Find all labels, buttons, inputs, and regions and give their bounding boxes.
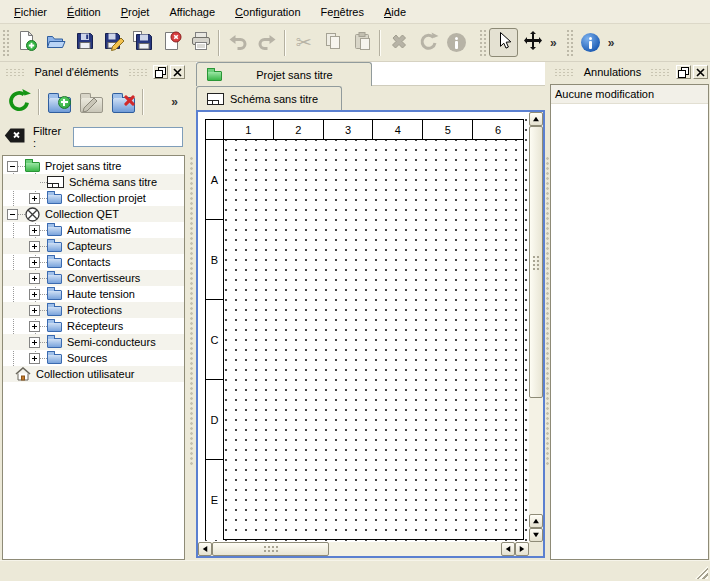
scroll-left-button[interactable] (198, 542, 212, 556)
expand-icon[interactable] (29, 193, 40, 204)
vertical-scroll-thumb[interactable] (529, 126, 543, 398)
collapse-icon[interactable] (7, 209, 18, 220)
float-icon (677, 66, 690, 79)
scroll-up-button[interactable] (529, 112, 543, 126)
toolbar-drag-handle[interactable] (566, 29, 574, 57)
open-project-button[interactable] (41, 28, 70, 57)
tree-item-sources[interactable]: Sources (3, 350, 184, 366)
copy-button[interactable] (318, 28, 347, 57)
menu-edition[interactable]: Édition (57, 2, 111, 22)
elements-panel-titlebar[interactable]: Panel d'éléments (0, 62, 187, 82)
about-info-button[interactable] (576, 28, 605, 57)
folder-icon (47, 320, 62, 332)
filter-input[interactable] (73, 127, 183, 147)
collapse-icon[interactable] (7, 161, 18, 172)
folder-icon (47, 352, 62, 364)
expand-icon[interactable] (29, 241, 40, 252)
left-splitter[interactable] (187, 62, 196, 560)
scroll-down-button[interactable] (529, 528, 543, 542)
panel-overflow-button[interactable]: » (168, 95, 181, 109)
tree-item-projet-sans-titre[interactable]: Projet sans titre (3, 158, 184, 174)
tree-item-label: Semi-conducteurs (67, 336, 156, 348)
column-header: 3 (324, 120, 374, 139)
edit-category-button[interactable] (75, 86, 107, 118)
close-file-button[interactable] (157, 28, 186, 57)
scroll-right-button[interactable] (515, 542, 529, 556)
tab-projet-sans-titre[interactable]: Projet sans titre (196, 62, 372, 86)
tree-item-recepteurs[interactable]: Récepteurs (3, 318, 184, 334)
expand-icon[interactable] (29, 289, 40, 300)
toolbar-overflow-button[interactable]: » (605, 36, 618, 50)
undo-panel-titlebar[interactable]: Annulations (549, 62, 710, 82)
vertical-scrollbar[interactable] (529, 112, 543, 542)
delete-category-button[interactable] (107, 86, 139, 118)
tree-item-protections[interactable]: Protections (3, 302, 184, 318)
save-all-button[interactable] (128, 28, 157, 57)
float-panel-button[interactable] (676, 65, 691, 79)
reload-collections-button[interactable] (3, 86, 35, 118)
scroll-left-button-2[interactable] (501, 542, 515, 556)
toolbar-overflow-button[interactable]: » (547, 36, 560, 50)
print-button[interactable] (186, 28, 215, 57)
diagram-canvas[interactable]: 1 2 3 4 5 6 A B C D E (198, 112, 529, 542)
element-info-button[interactable] (442, 28, 471, 57)
expand-icon[interactable] (29, 305, 40, 316)
undo-history-item[interactable]: Aucune modification (551, 85, 708, 104)
scroll-up-button-2[interactable] (529, 514, 543, 528)
menu-fenetres[interactable]: Fenêtres (311, 2, 374, 22)
expand-icon[interactable] (29, 257, 40, 268)
float-panel-button[interactable] (153, 65, 168, 79)
save-button[interactable] (70, 28, 99, 57)
tree-item-collection-projet[interactable]: Collection projet (3, 190, 184, 206)
toolbar-drag-handle[interactable] (479, 29, 487, 57)
tree-stub (40, 358, 47, 359)
expand-icon[interactable] (29, 353, 40, 364)
paste-button[interactable] (347, 28, 376, 57)
qelectrotech-window: { "menu": { "items": [ {"label": "Fichie… (0, 0, 710, 581)
print-icon (190, 30, 212, 55)
tree-item-collection-qet[interactable]: Collection QET (3, 206, 184, 222)
float-icon (154, 66, 167, 79)
menu-configuration[interactable]: Configuration (225, 2, 310, 22)
expand-icon[interactable] (29, 337, 40, 348)
vertical-scroll-track[interactable] (529, 126, 543, 514)
rotate-button[interactable] (413, 28, 442, 57)
new-project-button[interactable] (12, 28, 41, 57)
tree-item-contacts[interactable]: Contacts (3, 254, 184, 270)
close-panel-button[interactable] (693, 65, 708, 79)
toolbar-drag-handle[interactable] (2, 29, 10, 57)
close-panel-button[interactable] (170, 65, 185, 79)
new-category-button[interactable] (43, 86, 75, 118)
tree-stub (40, 262, 47, 263)
tree-item-capteurs[interactable]: Capteurs (3, 238, 184, 254)
tree-item-convertisseurs[interactable]: Convertisseurs (3, 270, 184, 286)
tree-item-automatisme[interactable]: Automatisme (3, 222, 184, 238)
expand-icon[interactable] (29, 321, 40, 332)
save-as-button[interactable] (99, 28, 128, 57)
horizontal-scroll-thumb[interactable] (212, 542, 329, 556)
menu-affichage[interactable]: Affichage (159, 2, 225, 22)
menu-aide[interactable]: Aide (374, 2, 416, 22)
move-tool-button[interactable] (518, 28, 547, 57)
tree-item-semi-conducteurs[interactable]: Semi-conducteurs (3, 334, 184, 350)
delete-button[interactable] (384, 28, 413, 57)
expand-icon[interactable] (29, 273, 40, 284)
horizontal-scrollbar[interactable] (198, 542, 529, 556)
undo-button[interactable] (223, 28, 252, 57)
expand-icon[interactable] (29, 225, 40, 236)
tree-item-haute-tension[interactable]: Haute tension (3, 286, 184, 302)
selection-tool-button[interactable] (489, 28, 518, 57)
horizontal-scroll-track[interactable] (212, 542, 501, 556)
tree-item-schema-sans-titre[interactable]: Schéma sans titre (3, 174, 184, 190)
resize-grip[interactable] (695, 566, 708, 579)
menu-projet[interactable]: Projet (111, 2, 160, 22)
clear-filter-button[interactable] (4, 128, 25, 146)
tab-schema-sans-titre[interactable]: Schéma sans titre (196, 86, 342, 110)
redo-button[interactable] (252, 28, 281, 57)
cut-button[interactable]: ✂ (289, 28, 318, 57)
paste-clipboard-icon (351, 30, 373, 55)
toolbar-separator (379, 30, 381, 56)
tree-item-collection-utilisateur[interactable]: Collection utilisateur (3, 366, 184, 382)
home-icon (15, 367, 31, 381)
menu-fichier[interactable]: Fichier (4, 2, 57, 22)
